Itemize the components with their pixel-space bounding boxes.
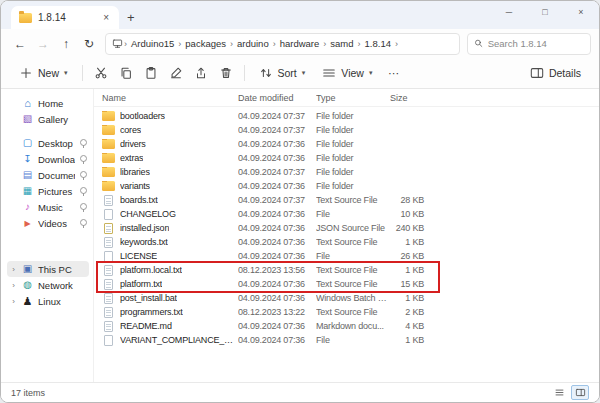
file-size: 1 KB xyxy=(390,265,432,275)
breadcrumb-item[interactable]: arduino xyxy=(234,38,272,49)
file-row[interactable]: LICENSE04.09.2024 07:36File26 KB xyxy=(102,249,599,263)
rename-button[interactable] xyxy=(164,61,188,85)
file-size: 4 KB xyxy=(390,321,432,331)
cut-button[interactable] xyxy=(89,61,113,85)
breadcrumb-item[interactable]: 1.8.14 xyxy=(362,38,394,49)
forward-button[interactable]: → xyxy=(32,33,54,55)
plus-icon xyxy=(19,66,33,80)
list-view-toggle[interactable] xyxy=(550,385,568,400)
details-view-toggle[interactable] xyxy=(571,385,589,400)
file-row[interactable]: keywords.txt04.09.2024 07:36Text Source … xyxy=(102,235,599,249)
new-button[interactable]: New ▾ xyxy=(11,62,76,84)
file-row[interactable]: platform.local.txt08.12.2023 13:56Text S… xyxy=(102,263,599,277)
folder-icon xyxy=(102,181,115,191)
column-headers: Name Date modified Type Size xyxy=(94,89,599,107)
more-options-button[interactable]: ⋯ xyxy=(381,61,405,85)
address-row: ← → ↑ ↻ › Arduino15›packages›arduino›har… xyxy=(1,29,599,58)
tab-close-icon[interactable]: × xyxy=(101,12,111,23)
file-type: Windows Batch File xyxy=(316,293,390,303)
sidebar-item-downloads[interactable]: Downloads xyxy=(7,151,89,167)
chevron-expand-icon[interactable]: › xyxy=(10,265,17,274)
file-row[interactable]: CHANGELOG04.09.2024 07:36File10 KB xyxy=(102,207,599,221)
file-row[interactable]: platform.txt04.09.2024 07:36Text Source … xyxy=(102,277,599,291)
file-row[interactable]: variants04.09.2024 07:36File folder xyxy=(102,179,599,193)
sidebar-item-music[interactable]: Music xyxy=(7,199,89,215)
sidebar-item-this-pc[interactable]: ›This PC xyxy=(7,261,89,277)
column-header-name[interactable]: Name xyxy=(102,93,238,103)
sidebar-item-linux[interactable]: ›Linux xyxy=(7,293,89,309)
breadcrumb-item[interactable]: samd xyxy=(327,38,356,49)
text-file-icon xyxy=(104,237,113,248)
sidebar-item-pictures[interactable]: Pictures xyxy=(7,183,89,199)
pin-icon xyxy=(79,171,86,180)
back-button[interactable]: ← xyxy=(9,33,31,55)
sort-button[interactable]: Sort ▾ xyxy=(251,62,314,84)
file-row[interactable]: README.md04.09.2024 07:36Markdown docu..… xyxy=(102,319,599,333)
sidebar-item-label: Pictures xyxy=(38,186,75,197)
chevron-down-icon: ▾ xyxy=(369,69,373,77)
up-button[interactable]: ↑ xyxy=(55,33,77,55)
file-name: platform.txt xyxy=(120,279,162,289)
column-header-size[interactable]: Size xyxy=(390,93,432,103)
sidebar-item-videos[interactable]: Videos xyxy=(7,215,89,231)
sidebar-item-network[interactable]: ›Network xyxy=(7,277,89,293)
maximize-button[interactable]: □ xyxy=(527,1,563,23)
breadcrumb-item[interactable]: Arduino15 xyxy=(128,38,177,49)
file-row[interactable]: drivers04.09.2024 07:36File folder xyxy=(102,137,599,151)
chevron-right-icon: › xyxy=(357,39,362,49)
videos-icon xyxy=(21,218,34,228)
file-row[interactable]: libraries04.09.2024 07:37File folder xyxy=(102,165,599,179)
sidebar-item-documents[interactable]: Documents xyxy=(7,167,89,183)
folder-icon xyxy=(102,139,115,149)
search-icon xyxy=(474,38,484,49)
chevron-expand-icon[interactable]: › xyxy=(10,297,17,306)
sidebar-item-label: Desktop xyxy=(38,138,75,149)
address-bar[interactable]: › Arduino15›packages›arduino›hardware›sa… xyxy=(105,33,460,55)
file-row[interactable]: cores04.09.2024 07:37File folder xyxy=(102,123,599,137)
file-row[interactable]: installed.json04.09.2024 07:36JSON Sourc… xyxy=(102,221,599,235)
file-row[interactable]: VARIANT_COMPLIANCE_CHANGELOG04.09.2024 0… xyxy=(102,333,599,347)
item-count: 17 items xyxy=(11,388,45,398)
minimize-button[interactable]: ─ xyxy=(491,1,527,23)
sidebar-item-gallery[interactable]: Gallery xyxy=(7,111,89,127)
file-type: Text Source File xyxy=(316,237,390,247)
sidebar-item-desktop[interactable]: Desktop xyxy=(7,135,89,151)
search-box[interactable] xyxy=(467,33,591,55)
file-size: 2 KB xyxy=(390,307,432,317)
file-icon xyxy=(104,209,113,220)
file-name: VARIANT_COMPLIANCE_CHANGELOG xyxy=(120,335,238,345)
file-row[interactable]: extras04.09.2024 07:36File folder xyxy=(102,151,599,165)
refresh-button[interactable]: ↻ xyxy=(78,33,100,55)
file-row[interactable]: bootloaders04.09.2024 07:37File folder xyxy=(102,109,599,123)
chevron-expand-icon[interactable]: › xyxy=(10,281,17,290)
view-button[interactable]: View ▾ xyxy=(314,62,380,84)
search-input[interactable] xyxy=(488,38,584,49)
chevron-right-icon: › xyxy=(272,39,277,49)
column-header-type[interactable]: Type xyxy=(316,93,390,103)
details-view-icon xyxy=(575,387,586,398)
close-button[interactable]: × xyxy=(563,1,599,23)
file-row[interactable]: programmers.txt08.12.2023 13:22Text Sour… xyxy=(102,305,599,319)
file-type: Text Source File xyxy=(316,195,390,205)
sidebar-item-home[interactable]: Home xyxy=(7,95,89,111)
column-header-date-modified[interactable]: Date modified xyxy=(238,93,316,103)
file-date: 04.09.2024 07:36 xyxy=(238,293,316,303)
breadcrumb-item[interactable]: hardware xyxy=(277,38,323,49)
new-tab-button[interactable]: + xyxy=(119,10,145,29)
share-button[interactable] xyxy=(189,61,213,85)
file-date: 04.09.2024 07:37 xyxy=(238,125,316,135)
file-name: libraries xyxy=(120,167,150,177)
details-pane-button[interactable]: Details xyxy=(522,62,589,84)
file-row[interactable]: boards.txt04.09.2024 07:37Text Source Fi… xyxy=(102,193,599,207)
file-date: 04.09.2024 07:36 xyxy=(238,209,316,219)
file-type: JSON Source File xyxy=(316,223,390,233)
text-file-icon xyxy=(104,279,113,290)
file-row[interactable]: post_install.bat04.09.2024 07:36Windows … xyxy=(102,291,599,305)
copy-button[interactable] xyxy=(114,61,138,85)
paste-button[interactable] xyxy=(139,61,163,85)
delete-button[interactable] xyxy=(214,61,238,85)
json-file-icon xyxy=(104,223,113,234)
breadcrumb-item[interactable]: packages xyxy=(182,38,229,49)
file-name: programmers.txt xyxy=(120,307,183,317)
tab-current-folder[interactable]: 1.8.14 × xyxy=(11,6,119,29)
